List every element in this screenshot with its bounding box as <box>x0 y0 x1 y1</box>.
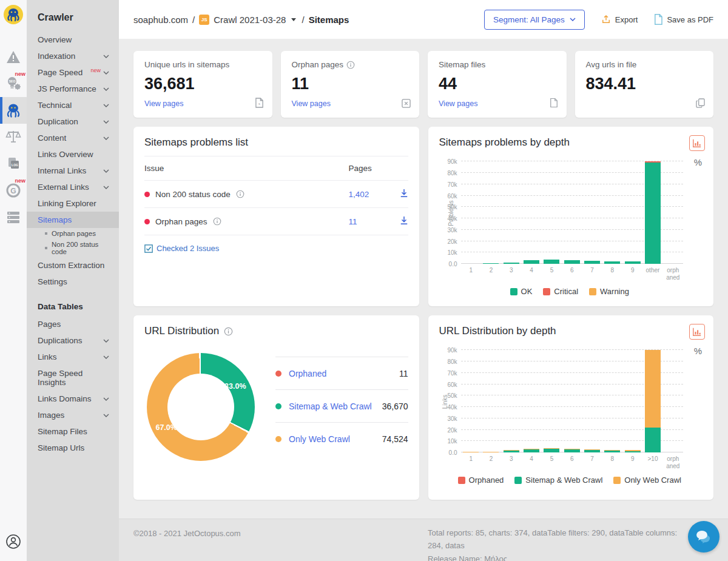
legend-item-only-web-crawl[interactable]: Only Web Crawl <box>613 475 681 485</box>
export-label: Export <box>615 15 638 24</box>
x-tick-label: 8 <box>602 455 622 469</box>
account-icon[interactable] <box>0 528 27 555</box>
legend-item-sitemap-web-crawl[interactable]: Sitemap & Web Crawl <box>514 475 602 485</box>
column-issue: Issue <box>144 164 349 173</box>
sidebar-item-sitemap-files[interactable]: Sitemap Files <box>27 423 119 440</box>
legend-item-ok[interactable]: OK <box>510 287 533 296</box>
sidebar-title: Crawler <box>27 10 119 32</box>
sidebar-item-indexation[interactable]: Indexation <box>27 48 119 64</box>
download-icon[interactable] <box>400 189 408 200</box>
bar-5 <box>544 260 559 264</box>
pages-count-link[interactable]: 11 <box>349 217 357 226</box>
crawl-caret-icon[interactable] <box>291 18 296 21</box>
sidebar-item-page-speed[interactable]: Page Speednew <box>27 64 119 81</box>
x-tick-label: 4 <box>521 267 541 281</box>
info-icon[interactable] <box>346 61 355 69</box>
problem-row-non-200-status-code: Non 200 status code1,402 <box>144 181 408 208</box>
pages-count-link[interactable]: 1,402 <box>349 190 369 199</box>
sidebar-item-orphan-pages[interactable]: Orphan pages <box>27 228 119 239</box>
stat-card-sitemap-files: Sitemap files44View pages <box>428 51 567 118</box>
sidebar-item-page-speed-insights[interactable]: Page Speed Insights <box>27 365 119 391</box>
bar-chart-icon <box>692 138 702 148</box>
sidebar-item-images[interactable]: Images <box>27 407 119 423</box>
chart-type-toggle-button[interactable] <box>689 324 705 340</box>
view-pages-link[interactable]: View pages <box>439 99 477 108</box>
sidebar-item-linking-explorer[interactable]: Linking Explorer <box>27 195 119 212</box>
sidebar-item-custom-extraction[interactable]: Custom Extraction <box>27 257 119 274</box>
stat-label: Avg urls in file <box>586 60 637 69</box>
checked-issues[interactable]: Checked 2 Issues <box>144 244 408 253</box>
sidebar-item-non-200-status-code[interactable]: Non 200 status code <box>27 239 119 257</box>
seo-lightbulb-icon[interactable]: SEOnew <box>0 70 27 97</box>
sidebar-item-technical[interactable]: Technical <box>27 97 119 113</box>
legend-link[interactable]: Orphaned <box>289 369 399 378</box>
bar-4 <box>524 449 539 452</box>
sidebar-item-duplication[interactable]: Duplication <box>27 113 119 130</box>
column-pages: Pages <box>349 164 388 173</box>
sidebar-item-links-domains[interactable]: Links Domains <box>27 391 119 407</box>
x-tick-label: 5 <box>542 267 562 281</box>
chevron-down-icon <box>103 397 109 401</box>
y-tick-label: 0.0 <box>449 261 457 267</box>
info-icon[interactable] <box>213 217 221 226</box>
sidebar-item-overview[interactable]: Overview <box>27 32 119 48</box>
sidebar-item-sitemap-urls[interactable]: Sitemap Urls <box>27 440 119 456</box>
legend-label: OK <box>521 287 533 296</box>
footer-stats: Total reports: 85, charts: 374, dataTabl… <box>428 526 695 561</box>
sidebar-item-internal-links[interactable]: Internal Links <box>27 163 119 179</box>
chart-type-toggle-button[interactable] <box>689 135 705 151</box>
sidebar-item-settings[interactable]: Settings <box>27 274 119 290</box>
download-icon[interactable] <box>400 216 408 227</box>
legend-swatch <box>514 477 522 484</box>
bar-3 <box>504 263 519 264</box>
google-g-icon[interactable]: Gnew <box>0 177 27 204</box>
legend-item-critical[interactable]: Critical <box>543 287 578 296</box>
chevron-down-icon <box>103 414 109 417</box>
compare-scales-icon[interactable] <box>0 124 27 150</box>
info-icon[interactable] <box>236 190 244 198</box>
sidebar-item-sitemaps[interactable]: Sitemaps <box>27 212 119 228</box>
breadcrumb-crawl-dropdown[interactable]: Crawl 2021-03-28 <box>214 15 286 25</box>
sidebar-item-js-performance[interactable]: JS Performance <box>27 81 119 97</box>
legend-swatch <box>589 288 596 295</box>
x-tick-label: 3 <box>501 267 521 281</box>
view-pages-link[interactable]: View pages <box>144 99 183 108</box>
percent-toggle[interactable]: % <box>694 157 702 167</box>
view-pages-link[interactable]: View pages <box>292 99 331 108</box>
svg-text:s: s <box>258 102 260 106</box>
logo-octopus-icon[interactable] <box>4 5 23 24</box>
sitemaps-problems-list-panel: Sitemaps problems list Issue Pages Non 2… <box>133 127 419 306</box>
save-as-pdf-button[interactable]: Save as PDF <box>653 14 713 25</box>
x-tick-label: 6 <box>562 267 582 281</box>
url-depth-chart-title: URL Distribution by depth <box>428 315 714 344</box>
chevron-down-icon <box>103 136 109 140</box>
url-distribution-by-depth-panel: URL Distribution by depth Links90k80k70k… <box>428 315 714 500</box>
legend-item-orphaned[interactable]: Orphaned <box>458 475 504 485</box>
info-icon[interactable] <box>224 327 233 336</box>
sidebar-item-duplications[interactable]: Duplications <box>27 332 119 349</box>
legend-link[interactable]: Sitemap & Web Crawl <box>289 401 382 411</box>
sidebar-item-links-overview[interactable]: Links Overview <box>27 146 119 163</box>
problems_by_depth-plot: Problems90k80k70k60k50k40k30k20k10k0.0 <box>461 156 706 264</box>
bar-8 <box>604 450 620 452</box>
sidebar-item-pages[interactable]: Pages <box>27 316 119 332</box>
chat-widget-button[interactable] <box>688 521 720 553</box>
chevron-down-icon <box>103 55 109 58</box>
logs-documents-icon[interactable]: LOG <box>0 150 27 177</box>
crawler-octopus-icon[interactable] <box>0 97 27 124</box>
sidebar-item-content[interactable]: Content <box>27 130 119 146</box>
percent-toggle[interactable]: % <box>694 346 702 356</box>
legend-link[interactable]: Only Web Crawl <box>289 434 382 444</box>
x-tick-label: 5 <box>542 455 562 469</box>
segment-selector[interactable]: Segment: All Pages <box>484 10 585 30</box>
export-button[interactable]: Export <box>601 14 638 25</box>
legend-item-warning[interactable]: Warning <box>589 287 629 296</box>
warning-triangle-icon[interactable] <box>0 44 27 70</box>
legend-dot <box>275 436 281 442</box>
sidebar-item-external-links[interactable]: External Links <box>27 179 119 195</box>
save-pdf-label: Save as PDF <box>667 15 713 24</box>
sidebar-item-links[interactable]: Links <box>27 349 119 365</box>
datasets-server-icon[interactable] <box>0 204 27 230</box>
problems-list-title: Sitemaps problems list <box>133 127 419 156</box>
bar-9 <box>625 450 641 452</box>
